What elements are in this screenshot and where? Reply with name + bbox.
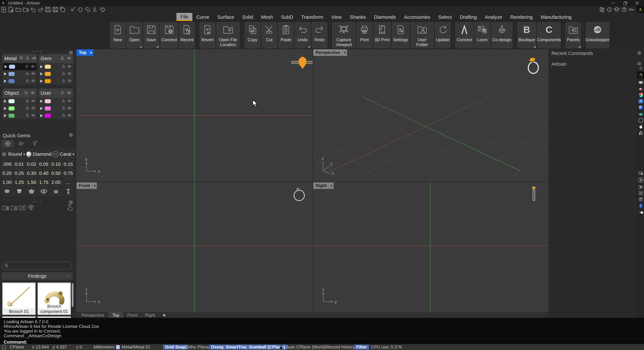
panels-button[interactable]: Panels (565, 22, 581, 48)
eye-icon[interactable] (67, 90, 71, 95)
save-icon[interactable] (44, 6, 52, 12)
eye-icon[interactable] (30, 90, 35, 95)
save-copy-icon[interactable] (59, 6, 66, 12)
eye-icon[interactable] (31, 113, 35, 118)
add-folder-icon[interactable] (2, 205, 9, 211)
eye-icon[interactable] (68, 79, 72, 83)
carat-button[interactable]: 1.75 (38, 178, 50, 186)
eye-icon[interactable] (31, 106, 35, 111)
layer-color-swatch[interactable] (45, 79, 51, 83)
redo-icon[interactable] (37, 6, 44, 12)
eye-icon[interactable] (31, 79, 35, 83)
import-icon[interactable] (69, 6, 77, 12)
toggle-filter[interactable]: Filter (354, 345, 369, 350)
status-rect-icon[interactable] (2, 345, 6, 350)
search-input-field[interactable] (9, 262, 72, 269)
layer-row-user-01[interactable] (38, 98, 73, 105)
layer-row-user-03[interactable] (38, 112, 73, 119)
3d-box-icon[interactable]: 3D (638, 197, 644, 202)
eye-icon[interactable] (67, 56, 71, 61)
carat-button[interactable]: 0.10 (50, 160, 62, 168)
library-scrollbar[interactable] (72, 283, 74, 307)
extrude-icon[interactable] (92, 6, 99, 12)
gem-material-dropdown[interactable]: Diamond (26, 150, 52, 159)
lock-icon[interactable] (26, 113, 29, 118)
lock-icon[interactable] (62, 72, 66, 76)
lock-icon[interactable] (62, 64, 66, 69)
visibility-box-icon[interactable] (638, 190, 644, 196)
layer-row-object-03[interactable] (2, 112, 37, 119)
gems-set-icon[interactable] (28, 205, 34, 211)
viewport-label-front[interactable]: Front▾ (76, 182, 97, 189)
layers-drag-handle[interactable] (25, 51, 49, 52)
eye-icon[interactable] (68, 106, 72, 111)
ring-perspective-view[interactable] (526, 55, 541, 75)
menu-solid[interactable]: Solid (238, 13, 257, 21)
findings-section-header[interactable]: Findings (2, 272, 73, 280)
layer-slice-icon[interactable] (638, 86, 644, 91)
cluster-head-button[interactable] (50, 187, 62, 196)
lock-icon[interactable] (60, 56, 64, 61)
layer-row-metal-01[interactable] (3, 63, 36, 70)
play-icon[interactable] (4, 114, 6, 117)
viewport-menu-arrow[interactable]: ▾ (329, 182, 334, 189)
menu-subd[interactable]: SubD (277, 13, 297, 21)
viewport-front[interactable]: Front▾ z x (76, 182, 312, 312)
layer-color-swatch[interactable] (8, 79, 14, 83)
carat-button[interactable]: 0.75 (62, 169, 74, 177)
print-button[interactable]: Print (356, 22, 372, 48)
menu-shanks[interactable]: Shanks (346, 13, 370, 21)
close-button[interactable] (631, 0, 643, 6)
carat-button[interactable]: 0.02 (26, 160, 37, 168)
menu-manufacturing[interactable]: Manufacturing (537, 13, 576, 21)
eye-icon[interactable] (31, 64, 35, 69)
quick-gems-gear-icon[interactable] (68, 132, 74, 137)
prong-head-button[interactable] (1, 187, 13, 196)
eye-icon[interactable] (68, 113, 72, 118)
menu-analyze[interactable]: Analyze (481, 13, 506, 21)
play-icon[interactable] (40, 114, 43, 117)
capture-viewport-button[interactable]: Capture Viewport (332, 22, 356, 48)
3d-print-button[interactable]: 3D Print (373, 22, 391, 48)
play-icon[interactable] (4, 100, 6, 103)
viewport-label-right[interactable]: Right▾ (313, 182, 334, 189)
minimize-button[interactable] (607, 0, 619, 6)
play-icon[interactable] (4, 65, 7, 68)
toggle-record-history[interactable]: Record History (324, 345, 357, 350)
layer-color-swatch[interactable] (9, 65, 15, 69)
boutique-button[interactable]: BBoutique (517, 22, 536, 48)
ring-front-view[interactable] (292, 187, 306, 202)
menu-accessories[interactable]: Accessories (400, 13, 434, 21)
lock-icon[interactable] (26, 79, 29, 83)
plugin-icon[interactable] (99, 6, 106, 12)
settings-button[interactable]: Settings (392, 22, 410, 48)
list-tree-icon[interactable] (638, 66, 644, 71)
carat-button[interactable]: 2.00 (50, 178, 62, 186)
layer-row-object-01[interactable] (2, 98, 37, 105)
halo-head-button[interactable] (38, 187, 50, 196)
copy-button[interactable]: Copy (244, 22, 260, 48)
tab-place-gem[interactable] (15, 140, 28, 147)
redo-button[interactable]: Redo (312, 22, 328, 48)
open-folder-icon[interactable] (15, 6, 22, 12)
eye-icon[interactable] (68, 72, 72, 76)
play-icon[interactable] (4, 80, 6, 83)
loom-button[interactable]: Loom (474, 22, 490, 48)
tab-gems[interactable] (1, 140, 14, 147)
info-icon[interactable] (606, 6, 613, 12)
boutique-folder-icon[interactable]: B (638, 184, 644, 189)
recent-button[interactable]: Recent (179, 22, 195, 48)
eye-icon[interactable] (31, 99, 35, 104)
carat-button[interactable]: 0.30 (26, 169, 37, 177)
sphere-outline-icon[interactable] (638, 118, 644, 123)
carat-button[interactable]: 0.40 (38, 169, 50, 177)
library-drag-handle[interactable] (25, 202, 49, 202)
new-button[interactable]: New (110, 22, 126, 48)
layer-color-swatch[interactable] (8, 99, 14, 103)
paste-button[interactable]: Paste (278, 22, 294, 48)
carat-button[interactable]: 0.05 (38, 160, 50, 168)
eye-icon[interactable] (31, 72, 35, 76)
carat-button[interactable]: 0.25 (14, 169, 25, 177)
library-item-brooch-01[interactable]: Brooch 01 (2, 283, 36, 315)
carat-button[interactable]: 0.50 (50, 169, 62, 177)
